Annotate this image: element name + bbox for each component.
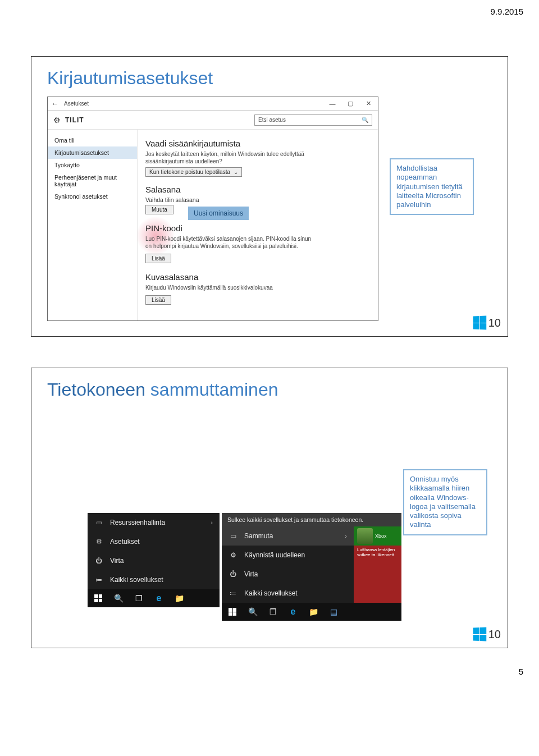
maximize-button[interactable]: ▢: [344, 100, 357, 107]
slide-login-settings: Kirjautumisasetukset ← Asetukset — ▢ ✕ ⚙…: [31, 56, 508, 337]
settings-sidebar: Oma tili Kirjautumisasetukset Työkäyttö …: [48, 130, 138, 320]
taskbar-search[interactable]: 🔍: [243, 604, 262, 620]
accounts-heading: TILIT: [65, 116, 84, 124]
windows-icon: [94, 594, 102, 602]
sidebar-item-work[interactable]: Työkäyttö: [48, 159, 137, 171]
power-icon: ⏻: [229, 570, 237, 578]
new-feature-label: Uusi ominaisuus: [188, 207, 249, 220]
taskbar-taskview[interactable]: ❐: [129, 590, 148, 606]
taskbar-edge[interactable]: e: [284, 604, 303, 620]
taskbar-explorer[interactable]: 📁: [304, 604, 323, 620]
password-heading: Salasana: [145, 185, 370, 194]
avatar-icon: [357, 528, 373, 544]
settings-content: Vaadi sisäänkirjautumista Jos keskeytät …: [138, 130, 378, 320]
change-password-button[interactable]: Muuta: [145, 205, 173, 214]
window-titlebar: ← Asetukset — ▢ ✕: [48, 97, 378, 111]
tile-label: Xbox: [375, 533, 387, 539]
windows-icon: [473, 316, 486, 330]
start-panel-right: ▭ Sammuta › ⚙ Käynnistä uudelleen ⏻ Virt…: [222, 526, 354, 603]
menu-label: Kaikki sovellukset: [244, 589, 298, 597]
shutdown-tooltip: Sulkee kaikki sovellukset ja sammuttaa t…: [222, 513, 401, 526]
slide2-title: Tietokoneen sammuttaminen: [47, 379, 492, 400]
start-tiles: Xbox Lufthansa lentäjien sotkee ta liike…: [354, 526, 401, 603]
taskbar-explorer[interactable]: 📁: [170, 590, 189, 606]
back-button[interactable]: ←: [51, 99, 58, 108]
password-sub: Vaihda tilin salasana: [145, 196, 370, 203]
chevron-down-icon: ⌄: [234, 169, 238, 175]
menu-label: Käynnistä uudelleen: [244, 551, 305, 559]
require-signin-heading: Vaadi sisäänkirjautumista: [145, 139, 370, 148]
close-button[interactable]: ✕: [362, 100, 374, 107]
search-input[interactable]: Etsi asetus 🔍: [254, 114, 372, 126]
taskbar-taskview[interactable]: ❐: [263, 604, 282, 620]
menu-label: Kaikki sovellukset: [110, 576, 163, 584]
page-number: 5: [519, 667, 523, 676]
chevron-right-icon: ›: [211, 519, 213, 526]
settings-window: ← Asetukset — ▢ ✕ ⚙ TILIT Etsi asetus 🔍: [47, 97, 378, 321]
taskbar-edge[interactable]: e: [149, 590, 168, 606]
menu-item-power-2[interactable]: ⏻ Virta: [222, 565, 354, 584]
picture-password-heading: Kuvasalasana: [145, 272, 370, 282]
start-panels: ▭ Resurssienhallinta › ⚙ Asetukset ⏻ Vir…: [88, 513, 401, 621]
sidebar-item-own-account[interactable]: Oma tili: [48, 134, 137, 146]
win10-badge: 10: [473, 316, 501, 329]
menu-item-restart[interactable]: ⚙ Käynnistä uudelleen: [222, 546, 354, 565]
slide2-title-accent: Tietokoneen: [47, 379, 145, 400]
tile-news[interactable]: Lufthansa lentäjien sotkee ta liikennett: [354, 546, 401, 603]
start-button[interactable]: [223, 604, 242, 620]
start-panel-left: ▭ Resurssienhallinta › ⚙ Asetukset ⏻ Vir…: [88, 513, 220, 589]
taskbar-right: 🔍 ❐ e 📁 ▤: [222, 603, 401, 621]
tile-xbox[interactable]: Xbox: [354, 526, 401, 546]
sidebar-item-sync[interactable]: Synkronoi asetukset: [48, 190, 137, 203]
taskbar-search[interactable]: 🔍: [109, 590, 128, 606]
menu-label: Virta: [244, 570, 258, 578]
pin-heading: PIN-koodi: [145, 223, 370, 233]
list-icon: ≔: [94, 576, 103, 584]
slide-shutdown: Tietokoneen sammuttaminen ▭ Resurssienha…: [31, 368, 508, 648]
slide2-callout: Onnistuu myös klikkaamalla hiiren oikeal…: [403, 469, 487, 535]
gear-icon: ⚙: [229, 551, 237, 559]
win10-text: 10: [488, 628, 501, 641]
menu-label: Virta: [110, 557, 124, 565]
menu-item-settings[interactable]: ⚙ Asetukset: [88, 532, 220, 551]
window-title: Asetukset: [64, 100, 89, 107]
search-placeholder: Etsi asetus: [258, 117, 286, 123]
chevron-right-icon: ›: [345, 533, 347, 539]
slide2-title-rest: sammuttaminen: [145, 379, 278, 400]
slide1-callout: Mahdollistaa nopeamman kirjautumisen tie…: [390, 158, 474, 215]
windows-icon: [473, 627, 486, 642]
list-icon: ≔: [229, 589, 237, 597]
menu-label: Asetukset: [110, 538, 140, 546]
menu-item-all-apps-2[interactable]: ≔ Kaikki sovellukset: [222, 584, 354, 603]
win10-text: 10: [488, 317, 501, 329]
explorer-icon: ▭: [94, 519, 103, 526]
slide1-title: Kirjautumisasetukset: [47, 68, 492, 89]
taskbar-note[interactable]: ▤: [324, 604, 343, 620]
menu-item-power[interactable]: ⏻ Virta: [88, 551, 220, 570]
sidebar-item-family[interactable]: Perheenjäsenet ja muut käyttäjät: [48, 171, 137, 190]
add-picture-password-button[interactable]: Lisää: [145, 295, 171, 305]
pin-desc: Luo PIN-koodi käytettäväksi salasanojen …: [145, 235, 314, 250]
taskbar-left: 🔍 ❐ e 📁: [88, 589, 220, 607]
require-signin-desc: Jos keskeytät laitteen käytön, milloin W…: [145, 150, 314, 165]
sidebar-item-signin-options[interactable]: Kirjautumisasetukset: [48, 146, 137, 159]
minimize-button[interactable]: —: [326, 100, 339, 107]
page-date: 9.9.2015: [491, 7, 523, 16]
gear-icon: ⚙: [53, 116, 61, 125]
windows-icon: [229, 608, 236, 616]
menu-label: Sammuta: [244, 532, 273, 540]
require-signin-select[interactable]: Kun tietokone poistuu lepotilasta ⌄: [145, 167, 242, 177]
menu-item-shutdown[interactable]: ▭ Sammuta ›: [222, 526, 354, 546]
menu-label: Resurssienhallinta: [110, 519, 165, 526]
menu-item-all-apps[interactable]: ≔ Kaikki sovellukset: [88, 570, 220, 589]
power-icon: ⏻: [94, 557, 103, 565]
picture-password-desc: Kirjaudu Windowsiin käyttämällä suosikki…: [145, 284, 314, 291]
win10-badge: 10: [473, 627, 501, 641]
search-icon: 🔍: [362, 117, 368, 123]
gear-icon: ⚙: [94, 538, 103, 546]
add-pin-button[interactable]: Lisää: [145, 254, 171, 263]
start-button[interactable]: [89, 590, 108, 606]
menu-item-explorer[interactable]: ▭ Resurssienhallinta ›: [88, 513, 220, 532]
explorer-icon: ▭: [229, 532, 237, 540]
